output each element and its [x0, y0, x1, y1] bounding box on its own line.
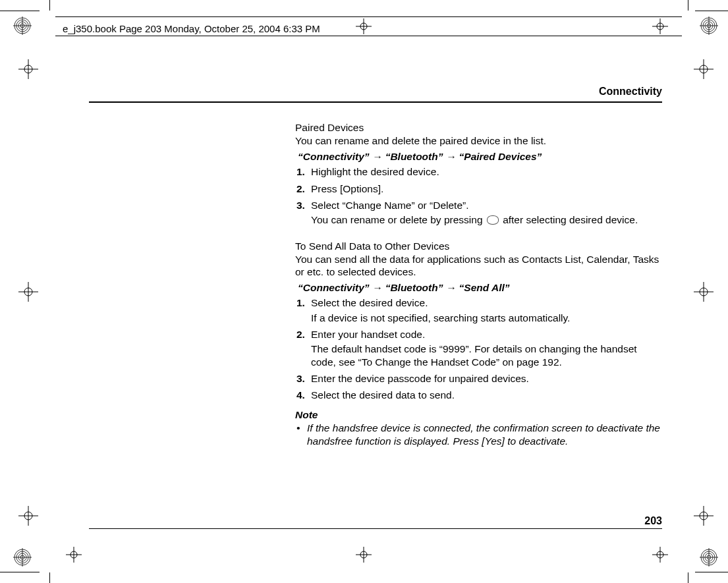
step-item: 3. Select “Change Name” or “Delete”. You… [296, 199, 662, 227]
step-text: Select the desired device. If a device i… [311, 296, 662, 324]
crop-mark [688, 572, 688, 583]
step-main: Select “Change Name” or “Delete”. [311, 200, 469, 211]
target-mark-icon [356, 18, 372, 34]
step-item: 2. Press [Options]. [296, 182, 662, 195]
step-number: 3. [296, 199, 311, 227]
target-mark-icon [18, 282, 38, 302]
target-mark-icon [652, 18, 668, 34]
step-item: 1. Select the desired device. If a devic… [296, 296, 662, 324]
intro-text: You can send all the data for applicatio… [295, 253, 662, 279]
step-number: 1. [296, 165, 311, 178]
step-main: Enter your handset code. [311, 329, 425, 340]
registration-mark-icon [700, 16, 718, 35]
step-item: 1. Highlight the desired device. [296, 165, 662, 178]
step-text: Highlight the desired device. [311, 165, 662, 178]
note-text: If the handsfree device is connected, th… [307, 422, 662, 447]
step-text: Enter the device passcode for unpaired d… [311, 372, 662, 385]
step-number: 1. [296, 296, 311, 324]
intro-text: You can rename and delete the paired dev… [295, 134, 662, 147]
step-item: 2. Enter your handset code. The default … [296, 328, 662, 368]
crop-mark [695, 11, 728, 11]
subheading: To Send All Data to Other Devices [295, 240, 662, 252]
crop-mark [695, 572, 728, 572]
page-content: Connectivity Paired Devices You can rena… [89, 86, 662, 447]
subheading: Paired Devices [295, 121, 662, 134]
crop-mark [49, 0, 50, 11]
registration-mark-icon [700, 548, 718, 567]
step-item: 4. Select the desired data to send. [296, 389, 662, 401]
section-rule [89, 101, 662, 103]
step-subtext: You can rename or delete by pressing aft… [311, 213, 662, 226]
target-mark-icon [18, 59, 38, 79]
target-mark-icon [18, 506, 38, 526]
nav-path: “Connectivity” → “Bluetooth” → “Paired D… [298, 150, 662, 163]
step-text: Enter your handset code. The default han… [311, 328, 662, 368]
crop-mark [0, 11, 40, 11]
step-number: 4. [296, 389, 311, 401]
target-mark-icon [694, 59, 714, 79]
step-item: 3. Enter the device passcode for unpaire… [296, 372, 662, 385]
running-head: Connectivity [89, 86, 662, 97]
header-rule-bottom [55, 36, 682, 36]
header-filename: e_j350.book Page 203 Monday, October 25,… [63, 23, 320, 34]
step-subtext: If a device is not specified, searching … [311, 312, 662, 324]
step-text: Press [Options]. [311, 182, 662, 195]
body-column: Paired Devices You can rename and delete… [295, 121, 662, 447]
note-item: • If the handsfree device is connected, … [296, 422, 662, 447]
crop-mark [688, 0, 688, 11]
step-main: Select the desired device. [311, 297, 428, 308]
step-number: 3. [296, 372, 311, 385]
step-number: 2. [296, 328, 311, 368]
registration-mark-icon [13, 548, 32, 567]
crop-mark [49, 572, 50, 583]
step-number: 2. [296, 182, 311, 195]
crop-mark [0, 572, 40, 572]
step-subtext: The default handset code is “9999”. For … [311, 343, 662, 368]
note-heading: Note [295, 408, 662, 421]
target-mark-icon [694, 506, 714, 526]
step-text: Select “Change Name” or “Delete”. You ca… [311, 199, 662, 227]
target-mark-icon [66, 547, 82, 563]
header-rule [55, 16, 682, 17]
registration-mark-icon [13, 16, 32, 35]
text-run: You can rename or delete by pressing [311, 214, 486, 225]
text-run: after selecting desired device. [500, 214, 638, 225]
target-mark-icon [652, 547, 668, 563]
step-text: Select the desired data to send. [311, 389, 662, 401]
center-key-icon [487, 215, 499, 225]
footer-rule [89, 528, 662, 529]
target-mark-icon [694, 282, 714, 302]
bullet: • [296, 422, 307, 447]
target-mark-icon [356, 547, 372, 563]
nav-path: “Connectivity” → “Bluetooth” → “Send All… [298, 281, 662, 294]
